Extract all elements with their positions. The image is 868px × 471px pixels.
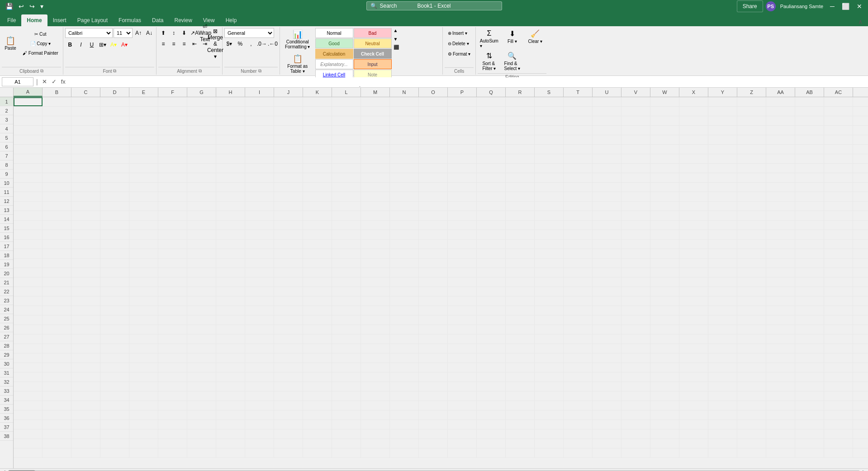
cell-N10[interactable] bbox=[390, 183, 419, 192]
row-num-22[interactable]: 22 bbox=[0, 287, 13, 296]
cell-F28[interactable] bbox=[158, 353, 187, 363]
cell-D28[interactable] bbox=[100, 353, 129, 363]
cell-V6[interactable] bbox=[621, 145, 650, 154]
cell-W32[interactable] bbox=[650, 391, 679, 400]
percent-button[interactable]: % bbox=[235, 39, 245, 49]
cell-Q13[interactable] bbox=[477, 211, 506, 220]
cell-I22[interactable] bbox=[245, 297, 274, 306]
cell-B20[interactable] bbox=[43, 278, 71, 287]
cell-O2[interactable] bbox=[419, 107, 448, 116]
cell-R10[interactable] bbox=[506, 183, 535, 192]
cell-I4[interactable] bbox=[245, 126, 274, 135]
cell-Y23[interactable] bbox=[708, 306, 737, 315]
cell-K36[interactable] bbox=[303, 429, 332, 438]
cell-G13[interactable] bbox=[187, 211, 216, 220]
cell-A10[interactable] bbox=[14, 183, 43, 192]
cell-R14[interactable] bbox=[506, 221, 535, 230]
cell-F31[interactable] bbox=[158, 382, 187, 391]
cell-D37[interactable] bbox=[100, 439, 129, 448]
insert-function-button[interactable]: fx bbox=[60, 78, 67, 85]
cell-Q29[interactable] bbox=[477, 363, 506, 372]
cell-I35[interactable] bbox=[245, 420, 274, 429]
cell-AC3[interactable] bbox=[824, 116, 853, 125]
cell-G14[interactable] bbox=[187, 221, 216, 230]
cell-X29[interactable] bbox=[679, 363, 708, 372]
cell-V7[interactable] bbox=[621, 154, 650, 163]
cell-J23[interactable] bbox=[274, 306, 303, 315]
cell-B16[interactable] bbox=[43, 240, 71, 249]
horizontal-scroll[interactable]: ◀ ▶ bbox=[0, 468, 868, 471]
cell-C28[interactable] bbox=[71, 353, 100, 363]
cell-M22[interactable] bbox=[361, 297, 390, 306]
cell-F3[interactable] bbox=[158, 116, 187, 125]
cell-H27[interactable] bbox=[216, 344, 245, 353]
cell-O11[interactable] bbox=[419, 192, 448, 201]
cell-R20[interactable] bbox=[506, 278, 535, 287]
cell-A33[interactable] bbox=[14, 401, 43, 410]
cell-H4[interactable] bbox=[216, 126, 245, 135]
ribbon-collapse-button[interactable]: ∧ bbox=[856, 17, 864, 26]
cell-F26[interactable] bbox=[158, 334, 187, 344]
cell-A29[interactable] bbox=[14, 363, 43, 372]
cell-R36[interactable] bbox=[506, 429, 535, 438]
cell-R15[interactable] bbox=[506, 230, 535, 239]
cell-Y9[interactable] bbox=[708, 173, 737, 182]
cell-S9[interactable] bbox=[535, 173, 564, 182]
cell-N11[interactable] bbox=[390, 192, 419, 201]
cell-Z38[interactable] bbox=[737, 448, 766, 457]
cell-B27[interactable] bbox=[43, 344, 71, 353]
cell-O36[interactable] bbox=[419, 429, 448, 438]
row-num-36[interactable]: 36 bbox=[0, 414, 13, 423]
cell-P4[interactable] bbox=[448, 126, 477, 135]
cell-B11[interactable] bbox=[43, 192, 71, 201]
cell-A34[interactable] bbox=[14, 410, 43, 419]
cell-S34[interactable] bbox=[535, 410, 564, 419]
minimize-icon[interactable]: ─ bbox=[828, 2, 837, 11]
cell-AC22[interactable] bbox=[824, 297, 853, 306]
cut-button[interactable]: ✂ Cut bbox=[20, 30, 61, 38]
font-expand-icon[interactable]: ⧉ bbox=[113, 68, 116, 74]
cell-O10[interactable] bbox=[419, 183, 448, 192]
increase-font-button[interactable]: A↑ bbox=[133, 28, 143, 38]
cell-O28[interactable] bbox=[419, 353, 448, 363]
cell-O8[interactable] bbox=[419, 164, 448, 173]
cell-F16[interactable] bbox=[158, 240, 187, 249]
cell-AA16[interactable] bbox=[766, 240, 795, 249]
col-header-J[interactable]: J bbox=[274, 88, 303, 97]
cell-Z34[interactable] bbox=[737, 410, 766, 419]
tab-page-layout[interactable]: Page Layout bbox=[72, 14, 113, 26]
cell-O31[interactable] bbox=[419, 382, 448, 391]
cell-J35[interactable] bbox=[274, 420, 303, 429]
cell-E21[interactable] bbox=[129, 287, 158, 296]
cell-L38[interactable] bbox=[332, 448, 361, 457]
cell-V8[interactable] bbox=[621, 164, 650, 173]
cell-K5[interactable] bbox=[303, 135, 332, 144]
cell-I26[interactable] bbox=[245, 334, 274, 344]
cell-Y33[interactable] bbox=[708, 401, 737, 410]
cell-N3[interactable] bbox=[390, 116, 419, 125]
cell-Y27[interactable] bbox=[708, 344, 737, 353]
cell-Z17[interactable] bbox=[737, 249, 766, 258]
cell-AA31[interactable] bbox=[766, 382, 795, 391]
cell-H7[interactable] bbox=[216, 154, 245, 163]
cell-T22[interactable] bbox=[564, 297, 593, 306]
cell-AA19[interactable] bbox=[766, 268, 795, 277]
cell-B13[interactable] bbox=[43, 211, 71, 220]
cell-C23[interactable] bbox=[71, 306, 100, 315]
cell-A1[interactable] bbox=[14, 97, 43, 106]
delete-cells-button[interactable]: ⊖ Delete ▾ bbox=[445, 38, 474, 48]
cell-L18[interactable] bbox=[332, 259, 361, 268]
cell-H23[interactable] bbox=[216, 306, 245, 315]
cell-D16[interactable] bbox=[100, 240, 129, 249]
cell-E20[interactable] bbox=[129, 278, 158, 287]
cell-L22[interactable] bbox=[332, 297, 361, 306]
cell-Z24[interactable] bbox=[737, 316, 766, 325]
cell-B5[interactable] bbox=[43, 135, 71, 144]
cell-L26[interactable] bbox=[332, 334, 361, 344]
cell-O23[interactable] bbox=[419, 306, 448, 315]
cell-A28[interactable] bbox=[14, 353, 43, 363]
cell-V36[interactable] bbox=[621, 429, 650, 438]
cell-S12[interactable] bbox=[535, 202, 564, 211]
cell-K35[interactable] bbox=[303, 420, 332, 429]
cell-S37[interactable] bbox=[535, 439, 564, 448]
